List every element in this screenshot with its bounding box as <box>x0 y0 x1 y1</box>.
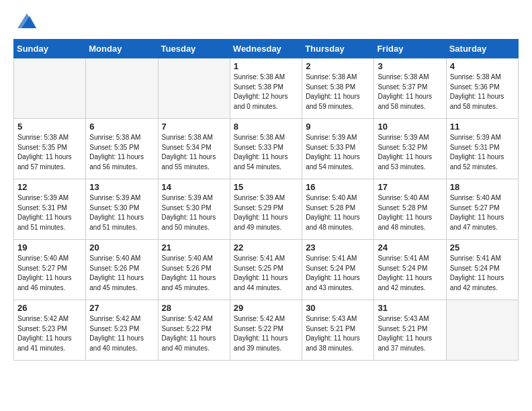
day-info: Sunrise: 5:40 AM Sunset: 5:28 PM Dayligh… <box>306 193 370 232</box>
calendar-cell: 5Sunrise: 5:38 AM Sunset: 5:35 PM Daylig… <box>14 119 86 179</box>
day-info: Sunrise: 5:39 AM Sunset: 5:32 PM Dayligh… <box>378 133 442 172</box>
day-info: Sunrise: 5:41 AM Sunset: 5:24 PM Dayligh… <box>450 254 515 293</box>
week-row-4: 19Sunrise: 5:40 AM Sunset: 5:27 PM Dayli… <box>14 240 519 300</box>
day-number: 6 <box>89 122 154 132</box>
day-number: 24 <box>378 242 442 253</box>
day-info: Sunrise: 5:38 AM Sunset: 5:38 PM Dayligh… <box>234 73 298 111</box>
calendar-cell <box>446 300 518 361</box>
logo <box>13 13 42 28</box>
calendar-cell: 11Sunrise: 5:39 AM Sunset: 5:31 PM Dayli… <box>446 119 518 179</box>
day-number: 31 <box>378 303 442 313</box>
calendar-cell <box>86 58 158 119</box>
day-info: Sunrise: 5:38 AM Sunset: 5:38 PM Dayligh… <box>306 73 370 111</box>
calendar-cell <box>14 58 86 119</box>
day-number: 28 <box>162 303 226 313</box>
day-number: 3 <box>378 61 442 71</box>
day-number: 18 <box>450 182 515 192</box>
day-number: 15 <box>234 182 298 192</box>
calendar-cell: 7Sunrise: 5:38 AM Sunset: 5:34 PM Daylig… <box>158 119 230 179</box>
day-number: 11 <box>450 122 515 132</box>
day-info: Sunrise: 5:38 AM Sunset: 5:36 PM Dayligh… <box>450 73 515 111</box>
calendar-cell: 15Sunrise: 5:39 AM Sunset: 5:29 PM Dayli… <box>230 179 302 240</box>
col-header-sunday: Sunday <box>14 40 86 58</box>
day-number: 27 <box>89 303 154 313</box>
calendar-cell: 26Sunrise: 5:42 AM Sunset: 5:23 PM Dayli… <box>14 300 86 361</box>
day-number: 26 <box>17 303 82 313</box>
calendar-cell: 29Sunrise: 5:42 AM Sunset: 5:22 PM Dayli… <box>230 300 302 361</box>
day-info: Sunrise: 5:39 AM Sunset: 5:31 PM Dayligh… <box>450 133 515 172</box>
calendar-cell <box>158 58 230 119</box>
calendar-cell: 18Sunrise: 5:40 AM Sunset: 5:27 PM Dayli… <box>446 179 518 240</box>
calendar-cell: 8Sunrise: 5:38 AM Sunset: 5:33 PM Daylig… <box>230 119 302 179</box>
calendar-cell: 16Sunrise: 5:40 AM Sunset: 5:28 PM Dayli… <box>302 179 374 240</box>
day-info: Sunrise: 5:38 AM Sunset: 5:35 PM Dayligh… <box>17 133 82 172</box>
day-number: 17 <box>378 182 442 192</box>
day-info: Sunrise: 5:39 AM Sunset: 5:30 PM Dayligh… <box>89 193 154 232</box>
day-info: Sunrise: 5:42 AM Sunset: 5:23 PM Dayligh… <box>17 314 82 353</box>
day-info: Sunrise: 5:38 AM Sunset: 5:33 PM Dayligh… <box>234 133 298 172</box>
calendar-cell: 27Sunrise: 5:42 AM Sunset: 5:23 PM Dayli… <box>86 300 158 361</box>
day-info: Sunrise: 5:42 AM Sunset: 5:23 PM Dayligh… <box>89 314 154 353</box>
page-header <box>13 13 519 28</box>
calendar-cell: 1Sunrise: 5:38 AM Sunset: 5:38 PM Daylig… <box>230 58 302 119</box>
day-info: Sunrise: 5:43 AM Sunset: 5:21 PM Dayligh… <box>306 314 370 353</box>
day-number: 8 <box>234 122 298 132</box>
day-number: 30 <box>306 303 370 313</box>
day-info: Sunrise: 5:43 AM Sunset: 5:21 PM Dayligh… <box>378 314 442 353</box>
calendar-cell: 9Sunrise: 5:39 AM Sunset: 5:33 PM Daylig… <box>302 119 374 179</box>
calendar-cell: 12Sunrise: 5:39 AM Sunset: 5:31 PM Dayli… <box>14 179 86 240</box>
day-number: 13 <box>89 182 154 192</box>
col-header-monday: Monday <box>86 40 158 58</box>
day-info: Sunrise: 5:39 AM Sunset: 5:33 PM Dayligh… <box>306 133 370 172</box>
day-number: 23 <box>306 242 370 253</box>
calendar-cell: 24Sunrise: 5:41 AM Sunset: 5:24 PM Dayli… <box>374 240 446 300</box>
day-info: Sunrise: 5:40 AM Sunset: 5:26 PM Dayligh… <box>162 254 226 293</box>
col-header-saturday: Saturday <box>446 40 518 58</box>
calendar-cell: 17Sunrise: 5:40 AM Sunset: 5:28 PM Dayli… <box>374 179 446 240</box>
day-info: Sunrise: 5:39 AM Sunset: 5:29 PM Dayligh… <box>234 193 298 232</box>
day-info: Sunrise: 5:42 AM Sunset: 5:22 PM Dayligh… <box>234 314 298 353</box>
calendar-cell: 22Sunrise: 5:41 AM Sunset: 5:25 PM Dayli… <box>230 240 302 300</box>
day-number: 2 <box>306 61 370 71</box>
day-number: 4 <box>450 61 515 71</box>
calendar-cell: 10Sunrise: 5:39 AM Sunset: 5:32 PM Dayli… <box>374 119 446 179</box>
day-number: 25 <box>450 242 515 253</box>
day-number: 12 <box>17 182 82 192</box>
calendar-cell: 23Sunrise: 5:41 AM Sunset: 5:24 PM Dayli… <box>302 240 374 300</box>
calendar-cell: 30Sunrise: 5:43 AM Sunset: 5:21 PM Dayli… <box>302 300 374 361</box>
day-info: Sunrise: 5:41 AM Sunset: 5:24 PM Dayligh… <box>378 254 442 293</box>
col-header-thursday: Thursday <box>302 40 374 58</box>
day-number: 16 <box>306 182 370 192</box>
day-info: Sunrise: 5:38 AM Sunset: 5:37 PM Dayligh… <box>378 73 442 111</box>
day-info: Sunrise: 5:40 AM Sunset: 5:28 PM Dayligh… <box>378 193 442 232</box>
day-info: Sunrise: 5:42 AM Sunset: 5:22 PM Dayligh… <box>162 314 226 353</box>
col-header-friday: Friday <box>374 40 446 58</box>
day-number: 29 <box>234 303 298 313</box>
day-info: Sunrise: 5:41 AM Sunset: 5:25 PM Dayligh… <box>234 254 298 293</box>
col-header-tuesday: Tuesday <box>158 40 230 58</box>
day-number: 14 <box>162 182 226 192</box>
day-info: Sunrise: 5:40 AM Sunset: 5:27 PM Dayligh… <box>17 254 82 293</box>
day-info: Sunrise: 5:40 AM Sunset: 5:26 PM Dayligh… <box>89 254 154 293</box>
day-info: Sunrise: 5:38 AM Sunset: 5:34 PM Dayligh… <box>162 133 226 172</box>
calendar-cell: 14Sunrise: 5:39 AM Sunset: 5:30 PM Dayli… <box>158 179 230 240</box>
calendar-cell: 25Sunrise: 5:41 AM Sunset: 5:24 PM Dayli… <box>446 240 518 300</box>
day-number: 5 <box>17 122 82 132</box>
calendar-cell: 3Sunrise: 5:38 AM Sunset: 5:37 PM Daylig… <box>374 58 446 119</box>
day-number: 9 <box>306 122 370 132</box>
week-row-2: 5Sunrise: 5:38 AM Sunset: 5:35 PM Daylig… <box>14 119 519 179</box>
day-info: Sunrise: 5:39 AM Sunset: 5:31 PM Dayligh… <box>17 193 82 232</box>
day-number: 10 <box>378 122 442 132</box>
calendar-cell: 13Sunrise: 5:39 AM Sunset: 5:30 PM Dayli… <box>86 179 158 240</box>
calendar-cell: 19Sunrise: 5:40 AM Sunset: 5:27 PM Dayli… <box>14 240 86 300</box>
day-info: Sunrise: 5:38 AM Sunset: 5:35 PM Dayligh… <box>89 133 154 172</box>
day-number: 20 <box>89 242 154 253</box>
logo-icon <box>17 13 36 28</box>
week-row-1: 1Sunrise: 5:38 AM Sunset: 5:38 PM Daylig… <box>14 58 519 119</box>
day-info: Sunrise: 5:39 AM Sunset: 5:30 PM Dayligh… <box>162 193 226 232</box>
day-number: 19 <box>17 242 82 253</box>
week-row-3: 12Sunrise: 5:39 AM Sunset: 5:31 PM Dayli… <box>14 179 519 240</box>
calendar-cell: 20Sunrise: 5:40 AM Sunset: 5:26 PM Dayli… <box>86 240 158 300</box>
calendar-cell: 28Sunrise: 5:42 AM Sunset: 5:22 PM Dayli… <box>158 300 230 361</box>
day-info: Sunrise: 5:40 AM Sunset: 5:27 PM Dayligh… <box>450 193 515 232</box>
